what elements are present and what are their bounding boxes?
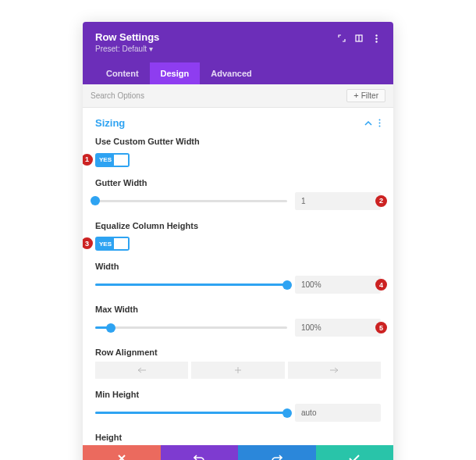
label-custom-gutter: Use Custom Gutter Width — [95, 137, 381, 146]
annotation-marker-1: 1 — [83, 154, 93, 166]
slider-max-width[interactable] — [95, 326, 287, 329]
preset-selector[interactable]: Preset: Default ▾ — [95, 45, 159, 53]
section-more-icon[interactable] — [378, 119, 381, 127]
redo-button[interactable] — [238, 445, 316, 460]
svg-point-3 — [375, 37, 377, 39]
modal-footer — [83, 445, 393, 460]
annotation-marker-3: 3 — [83, 237, 93, 249]
close-icon — [117, 454, 126, 460]
check-icon — [349, 455, 360, 460]
cancel-button[interactable] — [83, 445, 161, 460]
label-width: Width — [95, 262, 381, 271]
expand-icon[interactable] — [337, 34, 346, 43]
tab-advanced[interactable]: Advanced — [200, 62, 263, 84]
field-row-align: Row Alignment — [95, 348, 381, 379]
label-row-align: Row Alignment — [95, 348, 381, 357]
save-button[interactable] — [316, 445, 394, 460]
collapse-icon[interactable] — [364, 121, 372, 126]
undo-icon — [194, 454, 204, 460]
field-width: Width 4 — [95, 262, 381, 294]
slider-gutter[interactable] — [95, 200, 287, 202]
input-max-width-value[interactable] — [295, 319, 381, 337]
row-settings-modal: Row Settings Preset: Default ▾ Content D… — [83, 22, 393, 460]
align-right-button[interactable] — [288, 362, 381, 379]
field-min-height: Min Height — [95, 390, 381, 422]
input-width-value[interactable] — [295, 276, 381, 294]
toggle-custom-gutter[interactable]: YES — [95, 153, 130, 167]
svg-point-2 — [375, 34, 377, 36]
field-equalize: Equalize Column Heights 3 YES — [95, 221, 381, 251]
more-icon[interactable] — [371, 34, 381, 43]
redo-icon — [272, 454, 282, 460]
tab-content[interactable]: Content — [95, 62, 150, 84]
toggle-equalize[interactable]: YES — [95, 237, 130, 251]
field-height: Height — [95, 433, 381, 445]
modal-body: Sizing Use Custom Gutter Width 1 YES Gut… — [83, 108, 393, 445]
label-min-height: Min Height — [95, 390, 381, 399]
toggle-yes-label: YES — [97, 155, 114, 166]
svg-point-4 — [375, 41, 377, 42]
modal-header: Row Settings Preset: Default ▾ Content D… — [83, 22, 393, 84]
field-custom-gutter: Use Custom Gutter Width 1 YES — [95, 137, 381, 167]
filter-label: Filter — [361, 91, 378, 100]
label-height: Height — [95, 433, 381, 442]
annotation-marker-4: 4 — [375, 279, 387, 291]
modal-title: Row Settings — [95, 31, 159, 43]
svg-point-6 — [379, 123, 381, 124]
tab-design[interactable]: Design — [150, 62, 201, 84]
search-bar: Search Options + Filter — [83, 84, 393, 108]
filter-button[interactable]: + Filter — [346, 89, 385, 102]
slider-min-height[interactable] — [95, 412, 287, 414]
input-min-height-value[interactable] — [295, 404, 381, 422]
label-gutter-width: Gutter Width — [95, 178, 381, 187]
annotation-marker-5: 5 — [375, 322, 387, 333]
snap-icon[interactable] — [354, 34, 364, 43]
input-gutter-value[interactable] — [295, 192, 381, 210]
toggle-yes-label: YES — [97, 238, 114, 249]
section-title[interactable]: Sizing — [95, 117, 125, 129]
svg-point-7 — [379, 126, 381, 127]
annotation-marker-2: 2 — [375, 195, 387, 207]
field-max-width: Max Width 5 — [95, 305, 381, 337]
undo-button[interactable] — [161, 445, 239, 460]
field-gutter-width: Gutter Width 2 — [95, 178, 381, 210]
svg-point-5 — [379, 119, 381, 121]
toggle-knob — [114, 238, 128, 249]
align-left-button[interactable] — [95, 362, 188, 379]
label-max-width: Max Width — [95, 305, 381, 314]
tabs: Content Design Advanced — [95, 62, 381, 84]
search-input[interactable]: Search Options — [91, 91, 144, 100]
slider-width[interactable] — [95, 283, 287, 286]
align-center-button[interactable] — [191, 362, 284, 379]
label-equalize: Equalize Column Heights — [95, 221, 381, 230]
toggle-knob — [114, 155, 128, 166]
